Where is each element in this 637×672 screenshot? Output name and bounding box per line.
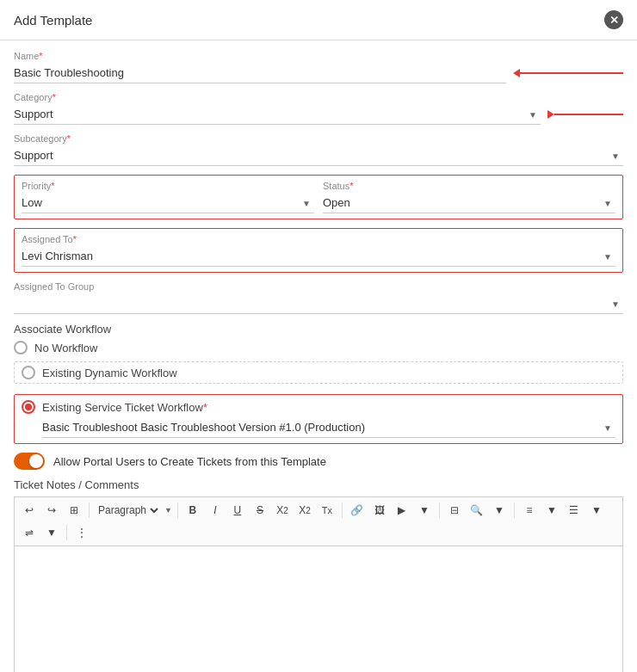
subcategory-select-wrapper: Support ▼ (14, 145, 623, 166)
priority-status-outlined: Priority* Low ▼ Status* (14, 175, 623, 219)
toggle-row: Allow Portal Users to Create Tickets fro… (14, 453, 623, 470)
superscript-button[interactable]: X2 (295, 501, 314, 520)
separator-5 (514, 502, 515, 518)
subcategory-field: Subcategory* Support ▼ (14, 133, 623, 166)
associate-workflow-label: Associate Workflow (14, 323, 623, 336)
category-select-wrapper: Support ▼ (14, 104, 541, 125)
italic-button[interactable]: I (206, 501, 225, 520)
redo-button[interactable]: ↪ (42, 501, 61, 520)
existing-service-radio[interactable]: Existing Service Ticket Workflow* (22, 400, 615, 414)
category-field: Category* Support ▼ (14, 92, 623, 125)
priority-status-row: Priority* Low ▼ Status* (22, 181, 615, 213)
ticket-notes-label: Ticket Notes / Comments (14, 478, 623, 491)
existing-service-label: Existing Service Ticket Workflow* (42, 401, 207, 414)
clear-format-button[interactable]: Tx (318, 501, 337, 520)
separator-6 (66, 525, 67, 540)
existing-service-workflow-container: Existing Service Ticket Workflow* Basic … (14, 394, 623, 444)
subcategory-label: Subcategory* (14, 133, 623, 144)
separator-1 (89, 502, 90, 518)
editor-toolbar: ↩ ↪ ⊞ Paragraph ▼ B I U S X2 X2 Tx 🔗 🖼 (14, 496, 623, 546)
priority-select[interactable]: Low (22, 193, 314, 213)
status-label: Status* (323, 181, 615, 191)
name-arrow (513, 69, 623, 77)
existing-dynamic-radio-circle (22, 366, 35, 379)
modal-body: Name* Category* Support (0, 40, 637, 672)
existing-dynamic-label: Existing Dynamic Workflow (42, 367, 177, 379)
assigned-to-group-wrapper: ▼ (14, 293, 623, 314)
priority-field: Priority* Low ▼ (22, 181, 314, 213)
image-button[interactable]: 🖼 (370, 501, 389, 520)
undo-button[interactable]: ↩ (20, 501, 39, 520)
assigned-to-group-select[interactable] (14, 293, 623, 313)
subcategory-select[interactable]: Support (14, 145, 623, 165)
status-select-wrapper: Open ▼ (323, 193, 615, 213)
no-workflow-radio[interactable]: No Workflow (14, 341, 623, 354)
name-field: Name* (14, 51, 623, 83)
media-dropdown-button[interactable]: ▼ (415, 501, 434, 520)
paragraph-chevron: ▼ (164, 506, 172, 515)
existing-service-radio-circle (22, 400, 35, 414)
bold-button[interactable]: B (183, 501, 202, 520)
name-input[interactable] (14, 63, 506, 83)
portal-toggle[interactable] (14, 453, 45, 470)
workflow-radio-group: No Workflow Existing Dynamic Workflow Ex… (14, 341, 623, 444)
priority-select-wrapper: Low ▼ (22, 193, 314, 213)
toggle-label: Allow Portal Users to Create Tickets fro… (53, 455, 326, 468)
indent-dropdown-button[interactable]: ▼ (42, 523, 61, 542)
existing-service-value: Basic Troubleshoot Basic Troubleshoot Ve… (42, 417, 615, 438)
list-button[interactable]: ☰ (565, 501, 584, 520)
existing-dynamic-radio[interactable]: Existing Dynamic Workflow (14, 361, 623, 384)
ticket-notes-section: Ticket Notes / Comments ↩ ↪ ⊞ Paragraph … (14, 478, 623, 672)
assigned-to-group-field: Assigned To Group ▼ (14, 281, 623, 314)
assigned-to-group-label: Assigned To Group (14, 281, 623, 292)
separator-3 (342, 502, 343, 518)
priority-label: Priority* (22, 181, 314, 191)
modal-title: Add Template (14, 13, 92, 28)
table-button[interactable]: ⊟ (445, 501, 464, 520)
editor-body[interactable] (14, 546, 623, 672)
no-workflow-label: No Workflow (34, 342, 97, 354)
close-button[interactable]: ✕ (604, 10, 623, 29)
assigned-to-select[interactable]: Levi Chrisman (22, 246, 615, 266)
more-button[interactable]: ⋮ (72, 523, 91, 542)
link-button[interactable]: 🔗 (348, 501, 367, 520)
list-dropdown-button[interactable]: ▼ (587, 501, 606, 520)
separator-2 (177, 502, 178, 518)
category-label: Category* (14, 92, 623, 102)
assigned-to-label: Assigned To* (22, 234, 615, 244)
existing-service-select-wrapper: Basic Troubleshoot Basic Troubleshoot Ve… (42, 417, 615, 438)
assigned-to-field: Assigned To* Levi Chrisman ▼ (22, 234, 615, 267)
status-field: Status* Open ▼ (323, 181, 615, 213)
align-dropdown-button[interactable]: ▼ (542, 501, 561, 520)
assigned-to-outlined: Assigned To* Levi Chrisman ▼ (14, 228, 623, 273)
name-label: Name* (14, 51, 623, 61)
category-select[interactable]: Support (14, 104, 541, 124)
underline-button[interactable]: U (228, 501, 247, 520)
subscript-button[interactable]: X2 (273, 501, 292, 520)
separator-4 (439, 502, 440, 518)
indent-button[interactable]: ⇌ (20, 523, 39, 542)
existing-service-select[interactable]: Basic Troubleshoot Basic Troubleshoot Ve… (42, 417, 615, 437)
media-button[interactable]: ▶ (393, 501, 411, 520)
modal-header: Add Template ✕ (0, 0, 637, 40)
paragraph-select[interactable]: Paragraph (95, 503, 161, 517)
modal-container: Add Template ✕ Name* Category* (0, 0, 637, 672)
no-workflow-radio-circle (14, 341, 28, 354)
align-button[interactable]: ≡ (520, 501, 539, 520)
search-button[interactable]: 🔍 (467, 501, 486, 520)
search-dropdown-button[interactable]: ▼ (490, 501, 509, 520)
assigned-to-select-wrapper: Levi Chrisman ▼ (22, 246, 615, 267)
associate-workflow-section: Associate Workflow No Workflow Existing … (14, 323, 623, 444)
status-select[interactable]: Open (323, 193, 615, 213)
category-arrow (547, 110, 623, 119)
table-icon-button[interactable]: ⊞ (65, 501, 83, 520)
strikethrough-button[interactable]: S (250, 501, 269, 520)
